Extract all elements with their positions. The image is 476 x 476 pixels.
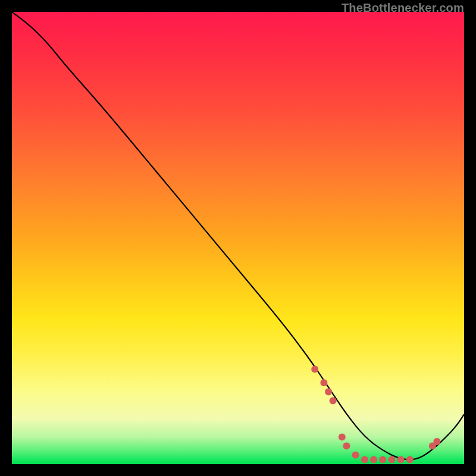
highlight-dot (388, 456, 395, 463)
highlight-dot (370, 456, 377, 463)
chart-svg (12, 12, 464, 464)
highlight-dot (397, 456, 405, 463)
highlight-dot (433, 438, 440, 445)
bottleneck-curve (12, 12, 464, 459)
highlight-dot (311, 365, 318, 372)
plot-area (12, 12, 464, 464)
highlight-dot (343, 443, 350, 450)
highlight-dots (311, 365, 440, 463)
chart-container: TheBottlenecker.com (0, 0, 476, 476)
highlight-dot (361, 456, 368, 463)
highlight-dot (325, 388, 332, 395)
highlight-dot (330, 397, 337, 405)
highlight-dot (406, 456, 414, 463)
highlight-dot (379, 456, 386, 463)
highlight-dot (339, 433, 346, 440)
highlight-dot (352, 452, 359, 459)
highlight-dot (320, 379, 327, 386)
